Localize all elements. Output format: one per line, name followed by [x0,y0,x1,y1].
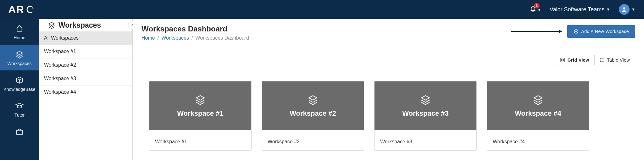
plus-circle-icon [574,29,579,34]
chevron-down-icon: ▼ [538,8,541,12]
brand-c-icon [25,4,35,14]
sidebar-item-workspace[interactable]: Workspace #1 [39,45,132,58]
main-header: Workspaces Dashboard Home / Workspaces /… [142,19,635,41]
chevron-down-icon: ▼ [606,7,610,12]
main-header-right: Add A New Workspace [511,25,635,38]
grid-view-label: Grid View [568,58,589,63]
breadcrumb-workspaces[interactable]: Workspaces [161,35,189,41]
breadcrumb-current: Workspaces Dashboard [195,35,249,41]
add-workspace-button[interactable]: Add A New Workspace [567,25,635,38]
box-icon [15,76,24,84]
arrow-hint-icon [511,31,562,32]
graduation-icon [15,102,24,110]
sidebar-item-label: Workspace #2 [44,62,76,68]
page-title: Workspaces Dashboard [142,25,249,33]
secondary-panel: Workspaces All Workspaces Workspace #1 W… [39,19,133,160]
layers-icon [420,94,431,105]
nav-label: KnowledgeBase [3,87,35,92]
svg-rect-3 [561,58,562,60]
list-icon [600,58,605,63]
breadcrumb-sep: / [192,35,193,41]
sidebar-item-all-workspaces[interactable]: All Workspaces [39,31,132,45]
svg-rect-1 [16,130,23,135]
notification-badge: 6 [534,3,540,8]
layers-icon [195,94,206,105]
nav-more[interactable] [0,122,39,136]
sidebar-item-label: Workspace #1 [44,49,76,54]
sidebar-item-workspace[interactable]: Workspace #2 [39,58,132,72]
team-switcher[interactable]: Valor Software Teams ▼ [550,6,610,13]
card-title: Workspace #2 [290,109,336,118]
main-content: Workspaces Dashboard Home / Workspaces /… [133,19,644,160]
secondary-list: All Workspaces Workspace #1 Workspace #2… [39,31,132,99]
primary-nav: Home Workspaces KnowledgeBase Tutor [0,19,39,160]
secondary-header: Workspaces [39,19,132,31]
card-header: Workspace #4 [487,81,589,130]
add-workspace-label: Add A New Workspace [581,29,629,34]
layers-icon [308,94,318,105]
card-body: Workspace #2 [262,130,364,150]
nav-label: Tutor [14,113,25,118]
svg-point-0 [623,7,625,9]
sidebar-item-label: Workspace #4 [44,89,76,95]
sidebar-item-label: All Workspaces [44,35,79,41]
nav-knowledgebase[interactable]: KnowledgeBase [0,70,39,96]
workspace-card[interactable]: Workspace #3 Workspace #3 [374,81,477,151]
layers-icon [48,21,55,29]
user-icon [621,6,627,13]
brand-text: AR [8,3,24,16]
svg-point-9 [600,61,601,61]
card-header: Workspace #3 [375,81,476,130]
grid-icon [560,58,565,63]
main-header-left: Workspaces Dashboard Home / Workspaces /… [142,25,249,41]
workspace-card[interactable]: Workspace #4 Workspace #4 [487,81,589,151]
user-menu[interactable]: ▼ [619,4,635,15]
nav-workspaces[interactable]: Workspaces [0,45,39,70]
workspace-card[interactable]: Workspace #2 Workspace #2 [262,81,364,151]
svg-point-7 [600,58,601,59]
breadcrumb-sep: / [158,35,159,41]
nav-home[interactable]: Home [0,19,39,45]
grid-view-button[interactable]: Grid View [555,55,595,65]
breadcrumb: Home / Workspaces / Workspaces Dashboard [142,35,249,41]
layers-icon [533,94,543,105]
brand-logo[interactable]: AR [8,3,35,16]
card-title: Workspace #3 [402,109,449,118]
card-title: Workspace #1 [177,109,224,118]
sidebar-item-label: Workspace #3 [44,76,76,81]
card-body: Workspace #1 [149,130,251,150]
svg-point-8 [600,60,601,60]
svg-rect-4 [563,58,564,60]
view-toggle: Grid View Table View [142,55,635,65]
table-view-button[interactable]: Table View [595,55,635,65]
team-switcher-label: Valor Software Teams [550,6,604,13]
sidebar-item-workspace[interactable]: Workspace #4 [39,86,132,99]
workspace-cards: Workspace #1 Workspace #1 Workspace #2 W… [142,81,635,151]
secondary-title: Workspaces [58,21,101,30]
workspace-card[interactable]: Workspace #1 Workspace #1 [149,81,252,151]
card-body: Workspace #3 [375,130,476,150]
topbar: AR 6 ▼ Valor Software Teams ▼ ▼ [0,0,644,19]
home-icon [15,25,24,33]
card-header: Workspace #1 [149,81,251,130]
sidebar-item-workspace[interactable]: Workspace #3 [39,72,132,86]
topbar-right: 6 ▼ Valor Software Teams ▼ ▼ [530,4,635,15]
breadcrumb-home[interactable]: Home [142,35,155,41]
card-body: Workspace #4 [487,130,589,150]
notifications-button[interactable]: 6 ▼ [530,6,541,13]
layers-icon [15,50,24,58]
nav-label: Workspaces [8,61,32,66]
chevron-down-icon: ▼ [631,7,635,12]
svg-rect-6 [563,60,564,62]
avatar [619,4,630,15]
nav-tutor[interactable]: Tutor [0,96,39,122]
svg-rect-5 [561,60,562,62]
nav-label: Home [14,35,25,40]
table-view-label: Table View [607,58,630,63]
card-title: Workspace #4 [515,109,561,118]
briefcase-icon [15,128,24,136]
card-header: Workspace #2 [262,81,364,130]
